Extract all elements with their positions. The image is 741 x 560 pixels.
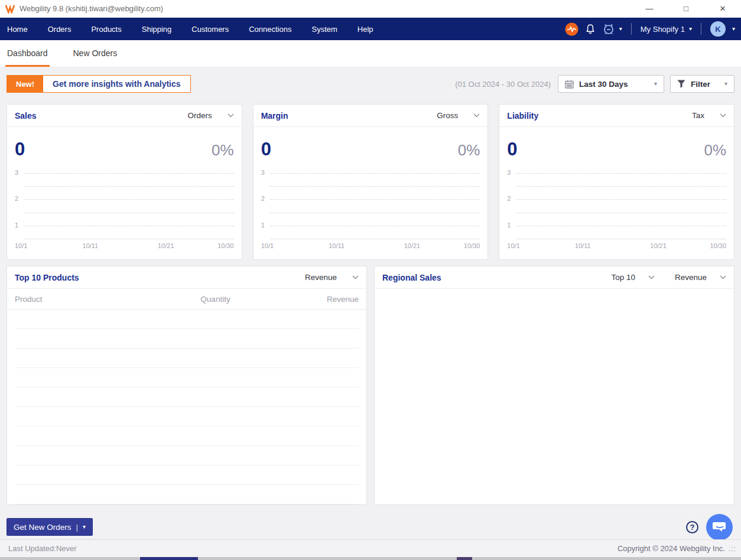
dashboard-content: New! Get more insights with Analytics (0… bbox=[0, 67, 741, 541]
close-button[interactable]: ✕ bbox=[704, 0, 741, 17]
x-axis-tick: 10/11 bbox=[575, 242, 591, 249]
nav-item-customers[interactable]: Customers bbox=[191, 25, 229, 34]
table-row bbox=[15, 349, 359, 368]
title-bar: Webgility 9.8 (kshitij.tiwari@webgility.… bbox=[0, 0, 741, 18]
chart-gridline bbox=[24, 226, 234, 226]
margin-card: Margin Gross 0 0% 3 2 1 bbox=[253, 104, 489, 260]
liability-card-title: Liability bbox=[507, 111, 538, 121]
y-axis-tick: 1 bbox=[261, 222, 265, 229]
margin-card-title: Margin bbox=[261, 111, 288, 121]
store-selector-dropdown[interactable]: My Shopify 1 ▾ bbox=[641, 25, 692, 34]
calendar-icon bbox=[565, 80, 574, 89]
y-axis-tick: 3 bbox=[261, 169, 265, 176]
y-axis-tick: 1 bbox=[15, 222, 18, 229]
x-axis-tick: 10/21 bbox=[650, 242, 667, 249]
chevron-down-icon bbox=[228, 113, 234, 118]
column-product: Product bbox=[15, 295, 168, 304]
chart-gridline bbox=[516, 199, 726, 200]
liability-dropdown-value: Tax bbox=[692, 111, 704, 120]
products-table-header: Product Quantity Revenue bbox=[7, 289, 366, 310]
liability-count: 0 bbox=[507, 139, 517, 160]
table-row bbox=[15, 388, 359, 407]
chart-gridline bbox=[516, 186, 726, 187]
scheduler-alarm-icon[interactable]: ▾ bbox=[602, 22, 622, 35]
regional-sales-title: Regional Sales bbox=[382, 273, 441, 282]
liability-metric-dropdown[interactable]: Tax bbox=[692, 111, 726, 120]
analytics-insights-button[interactable]: New! Get more insights with Analytics bbox=[6, 75, 191, 93]
nav-item-help[interactable]: Help bbox=[358, 25, 373, 34]
y-axis-tick: 2 bbox=[507, 196, 511, 203]
taskbar-segment bbox=[457, 557, 472, 560]
tab-new-orders[interactable]: New Orders bbox=[72, 48, 119, 67]
table-row bbox=[15, 446, 359, 465]
chat-bubble-icon[interactable] bbox=[706, 514, 733, 541]
chart-gridline bbox=[516, 173, 726, 174]
nav-item-system[interactable]: System bbox=[311, 25, 337, 34]
user-avatar[interactable]: K bbox=[710, 21, 726, 37]
sales-count: 0 bbox=[15, 139, 25, 160]
regional-metric-value: Revenue bbox=[675, 273, 707, 282]
margin-metric-dropdown[interactable]: Gross bbox=[437, 111, 480, 120]
nav-item-connections[interactable]: Connections bbox=[249, 25, 291, 34]
x-axis-tick: 10/1 bbox=[15, 242, 27, 249]
taskbar-segment bbox=[140, 557, 198, 560]
minimize-button[interactable]: — bbox=[631, 0, 668, 17]
get-new-orders-button[interactable]: Get New Orders | ▾ bbox=[6, 518, 93, 536]
date-caret-icon: ▾ bbox=[654, 81, 657, 87]
chevron-down-icon bbox=[352, 275, 359, 279]
help-icon[interactable]: ? bbox=[686, 521, 698, 533]
sales-metric-dropdown[interactable]: Orders bbox=[187, 111, 233, 120]
y-axis-tick: 2 bbox=[261, 196, 265, 203]
nav-item-orders[interactable]: Orders bbox=[48, 25, 72, 34]
tab-dashboard[interactable]: Dashboard bbox=[5, 48, 50, 67]
chevron-down-icon bbox=[473, 113, 480, 118]
x-axis-tick: 10/30 bbox=[217, 242, 234, 249]
filter-caret-icon: ▾ bbox=[724, 81, 727, 87]
maximize-button[interactable]: □ bbox=[668, 0, 704, 17]
chart-gridline bbox=[270, 199, 480, 200]
y-axis-tick: 1 bbox=[507, 222, 511, 229]
chart-gridline bbox=[24, 173, 234, 174]
top-products-dropdown-value: Revenue bbox=[305, 273, 337, 282]
filter-label: Filter bbox=[691, 80, 710, 89]
nav-item-home[interactable]: Home bbox=[7, 25, 28, 34]
nav-divider bbox=[701, 23, 701, 35]
regional-count-dropdown[interactable]: Top 10 bbox=[611, 273, 655, 282]
sync-activity-icon[interactable] bbox=[565, 22, 578, 36]
y-axis-tick: 3 bbox=[507, 169, 511, 176]
top-products-title: Top 10 Products bbox=[15, 273, 79, 282]
status-bar: Last Updated:Never Copyright © 2024 Webg… bbox=[0, 539, 741, 557]
nav-item-products[interactable]: Products bbox=[91, 25, 121, 34]
x-axis-tick: 10/11 bbox=[329, 242, 344, 249]
filter-funnel-icon bbox=[677, 80, 685, 88]
window-title: Webgility 9.8 (kshitij.tiwari@webgility.… bbox=[20, 4, 631, 13]
resize-grip-icon[interactable]: .:: bbox=[729, 545, 736, 553]
margin-chart: 3 2 1 10/1 10/11 10/21 10/30 bbox=[261, 173, 480, 253]
window-controls: — □ ✕ bbox=[631, 0, 741, 17]
regional-metric-dropdown[interactable]: Revenue bbox=[675, 273, 726, 282]
date-preset-dropdown[interactable]: Last 30 Days ▾ bbox=[558, 75, 664, 93]
x-axis-tick: 10/21 bbox=[158, 242, 174, 249]
margin-percent: 0% bbox=[458, 141, 480, 159]
filter-dropdown[interactable]: Filter ▾ bbox=[670, 75, 734, 93]
store-caret-icon: ▾ bbox=[689, 26, 692, 32]
table-row bbox=[15, 426, 359, 446]
taskbar-peek bbox=[0, 557, 741, 560]
liability-percent: 0% bbox=[704, 141, 726, 159]
nav-divider bbox=[631, 23, 632, 35]
notifications-bell-icon[interactable] bbox=[585, 24, 596, 35]
nav-item-shipping[interactable]: Shipping bbox=[142, 25, 172, 34]
top-products-metric-dropdown[interactable]: Revenue bbox=[305, 273, 359, 282]
main-nav: Home Orders Products Shipping Customers … bbox=[0, 18, 741, 40]
date-preset-value: Last 30 Days bbox=[579, 80, 628, 89]
y-axis-tick: 2 bbox=[15, 196, 18, 203]
x-axis-tick: 10/1 bbox=[261, 242, 274, 249]
scheduler-caret-icon: ▾ bbox=[619, 26, 622, 32]
table-row bbox=[15, 368, 359, 388]
chart-gridline bbox=[270, 213, 480, 213]
button-separator: | bbox=[76, 523, 79, 532]
products-table-body bbox=[7, 310, 366, 504]
avatar-caret-icon[interactable]: ▾ bbox=[732, 26, 735, 32]
date-range-text: (01 Oct 2024 - 30 Oct 2024) bbox=[455, 80, 551, 89]
regional-count-value: Top 10 bbox=[611, 273, 635, 282]
